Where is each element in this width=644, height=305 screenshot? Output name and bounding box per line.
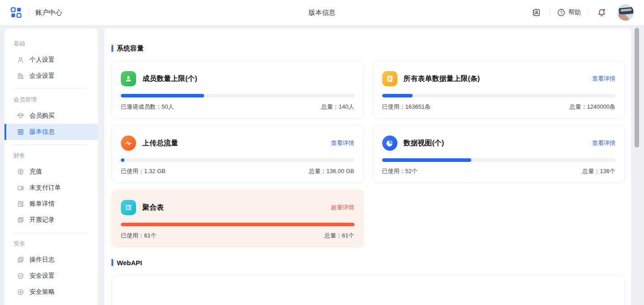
sidebar-item-security-settings[interactable]: 安全设置 <box>4 268 98 284</box>
sidebar-item-unpaid-orders[interactable]: 未支付订单 <box>4 180 98 196</box>
sidebar-item-label: 操作日志 <box>30 256 55 264</box>
capacity-card-data-views: 数据视图(个) 查看详情 已使用：52个 总量：136个 <box>373 125 625 183</box>
capacity-card-form-data: 所有表单数据量上限(条) 查看详情 已使用：163651条 总量：1240000… <box>373 61 625 119</box>
view-details-link[interactable]: 查看详情 <box>331 139 354 147</box>
total-label: 总量：136.00 GB <box>309 167 354 175</box>
sidebar-item-label: 版本信息 <box>30 128 55 136</box>
sidebar: 基础 个人设置 企业设置 会员管理 会员购买 版本信息 财务 充值 <box>4 29 98 305</box>
total-label: 总量：140人 <box>321 103 354 111</box>
capacity-card-members: 成员数量上限(个) 已邀请成员数：50人 总量：140人 <box>111 61 364 119</box>
card-title: 上传总流量 <box>142 139 178 148</box>
capacity-card-upload-traffic: 上传总流量 查看详情 已使用：1.32 GB 总量：136.00 GB <box>111 125 364 183</box>
sidebar-item-label: 安全设置 <box>30 272 55 280</box>
help-label: 帮助 <box>568 8 581 17</box>
section-title: WebAPI <box>117 259 142 267</box>
help-button[interactable]: ? 帮助 <box>557 8 581 17</box>
over-limit-details-link[interactable]: 超量详情 <box>331 203 354 212</box>
used-label: 已使用：163651条 <box>382 103 431 111</box>
main-content: 系统容量 成员数量上限(个) 已邀请成员数：50人 总量：140人 <box>104 29 631 305</box>
app-title: 账户中心 <box>35 8 62 17</box>
data-view-icon <box>382 136 397 151</box>
sidebar-item-label: 开票记录 <box>30 216 55 224</box>
used-label: 已使用：1.32 GB <box>121 167 166 175</box>
progress-fill <box>382 158 471 162</box>
bell-icon[interactable] <box>594 5 609 20</box>
shield-check-icon <box>17 272 24 280</box>
sidebar-section-membership: 会员管理 <box>4 95 98 104</box>
capacity-section-header: 系统容量 <box>111 44 625 53</box>
progress-bar <box>382 94 616 97</box>
section-accent-bar <box>111 259 113 266</box>
invoice-record-icon <box>17 216 24 224</box>
sidebar-item-label: 安全策略 <box>30 288 55 296</box>
card-title: 数据视图(个) <box>404 139 444 148</box>
progress-bar <box>121 223 354 226</box>
section-accent-bar <box>111 45 113 52</box>
view-details-link[interactable]: 查看详情 <box>592 75 615 83</box>
user-icon <box>17 56 24 64</box>
sidebar-item-label: 企业设置 <box>30 72 55 80</box>
used-label: 已邀请成员数：50人 <box>121 103 174 111</box>
progress-fill <box>382 94 413 97</box>
operation-log-icon <box>17 256 24 263</box>
aggregate-table-icon <box>121 200 136 215</box>
scrollbar-thumb[interactable] <box>635 28 639 148</box>
sidebar-item-security-policy[interactable]: 安全策略 <box>4 284 98 300</box>
sidebar-item-recharge[interactable]: 充值 <box>4 164 98 180</box>
card-title: 所有表单数据量上限(条) <box>404 74 480 84</box>
plus-circle-icon <box>17 288 24 296</box>
progress-fill <box>121 223 354 226</box>
sidebar-item-invoice-records[interactable]: 开票记录 <box>4 212 98 228</box>
webapi-card: WebAPI WebAPI与您的管理员账户具有相同的权限 API文档 <box>111 275 625 305</box>
divider <box>587 9 588 16</box>
notification-dot <box>603 8 605 11</box>
version-badge-icon <box>17 128 24 136</box>
sidebar-item-label: 个人设置 <box>30 56 55 64</box>
section-title: 系统容量 <box>117 44 144 53</box>
total-label: 总量：61个 <box>324 232 354 240</box>
sidebar-section-basic: 基础 <box>4 39 98 48</box>
sidebar-item-bill-details[interactable]: 账单详情 <box>4 196 98 212</box>
divider <box>550 9 550 16</box>
card-title: 聚合表 <box>142 203 164 212</box>
upload-traffic-icon <box>121 136 136 151</box>
progress-bar <box>121 158 354 162</box>
divider <box>13 233 89 233</box>
divider <box>29 9 29 16</box>
top-bar: 账户中心 版本信息 ? 帮助 <box>0 0 644 25</box>
sidebar-item-enterprise-settings[interactable]: 企业设置 <box>4 68 98 84</box>
apps-grid-icon[interactable] <box>10 6 22 19</box>
capacity-card-aggregate-tables: 聚合表 超量详情 已使用：61个 总量：61个 <box>111 190 364 247</box>
sidebar-item-label: 未支付订单 <box>30 184 61 192</box>
form-data-icon <box>382 71 397 86</box>
topbar-actions: ? 帮助 <box>529 4 634 21</box>
card-title: 成员数量上限(个) <box>142 74 197 84</box>
user-avatar[interactable] <box>617 4 634 21</box>
capacity-cards: 成员数量上限(个) 已邀请成员数：50人 总量：140人 所有表单数 <box>111 61 625 247</box>
progress-fill <box>121 94 204 97</box>
member-count-icon <box>121 71 136 86</box>
total-label: 总量：1240000条 <box>569 103 615 111</box>
sidebar-item-operation-log[interactable]: 操作日志 <box>4 252 98 268</box>
divider <box>13 89 89 89</box>
sidebar-item-personal-settings[interactable]: 个人设置 <box>4 52 98 68</box>
sidebar-section-security: 安全 <box>4 239 98 248</box>
sidebar-item-label: 账单详情 <box>30 200 55 208</box>
yuan-circle-icon <box>17 168 24 175</box>
sidebar-item-version-info[interactable]: 版本信息 <box>4 124 98 140</box>
webapi-section-header: WebAPI <box>111 258 625 267</box>
building-icon <box>17 72 24 80</box>
wallet-icon <box>17 184 24 191</box>
help-icon: ? <box>557 8 566 17</box>
view-details-link[interactable]: 查看详情 <box>592 139 615 147</box>
progress-bar <box>382 158 616 162</box>
total-label: 总量：136个 <box>582 167 615 175</box>
sidebar-item-label: 充值 <box>30 168 42 176</box>
used-label: 已使用：61个 <box>121 232 156 240</box>
divider <box>13 144 89 145</box>
page-title: 版本信息 <box>309 8 336 17</box>
contact-book-icon[interactable] <box>529 5 544 20</box>
sidebar-item-member-purchase[interactable]: 会员购买 <box>4 108 98 124</box>
used-label: 已使用：52个 <box>382 167 418 175</box>
progress-bar <box>121 94 354 97</box>
